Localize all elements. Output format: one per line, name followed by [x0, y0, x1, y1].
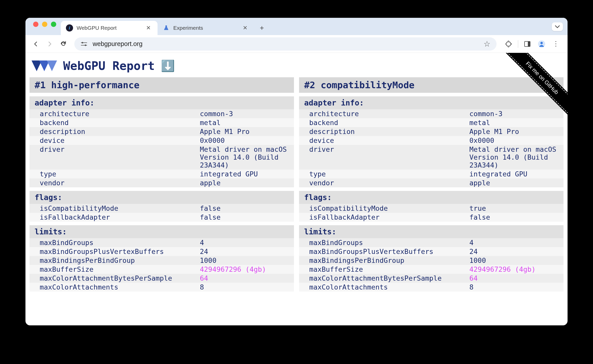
row-value: 4 [200, 239, 294, 247]
tab-strip: i WebGPU Report ✕ Experiments ✕ + [25, 18, 568, 35]
row-key: architecture [40, 110, 200, 118]
data-row: device0x0000 [299, 136, 563, 145]
row-key: driver [309, 145, 469, 169]
minimize-window-button[interactable] [42, 22, 47, 27]
kebab-menu-icon[interactable]: ⋮ [551, 39, 561, 49]
tab-title: WebGPU Report [77, 25, 117, 31]
row-value: 0x0000 [469, 136, 563, 144]
data-row: maxBindGroups4 [30, 238, 294, 247]
page-header: WebGPU Report ⬇️ [25, 53, 568, 77]
url-text: webgpureport.org [93, 40, 143, 48]
data-row: vendorapple [30, 178, 294, 187]
row-value: 24 [469, 248, 563, 255]
data-row: isFallbackAdapterfalse [299, 213, 563, 222]
row-key: vendor [309, 179, 469, 187]
row-key: maxBufferSize [309, 265, 469, 273]
data-row: maxBindGroupsPlusVertexBuffers24 [299, 247, 563, 256]
row-value: 8 [469, 283, 563, 291]
tab-experiments[interactable]: Experiments ✕ [158, 21, 254, 35]
row-key: isFallbackAdapter [309, 213, 469, 221]
github-ribbon-label: Fix me on GitHub [499, 53, 568, 121]
row-value: 64 [469, 274, 563, 282]
tab-search-button[interactable] [552, 22, 563, 31]
row-key: maxColorAttachments [40, 283, 200, 291]
data-row: isCompatibilityModetrue [299, 204, 563, 213]
data-row: maxColorAttachments8 [30, 283, 294, 292]
section-rows: isCompatibilityModefalseisFallbackAdapte… [30, 204, 294, 222]
webgpu-logo-icon [32, 60, 57, 71]
row-key: type [309, 170, 469, 178]
data-row: maxBindGroupsPlusVertexBuffers24 [30, 247, 294, 256]
data-row: maxBindGroups4 [299, 238, 563, 247]
svg-point-7 [540, 42, 543, 44]
row-value: integrated GPU [469, 170, 563, 178]
adapter-heading: #1 high-performance [30, 77, 294, 93]
forward-button[interactable] [44, 38, 55, 50]
maximize-window-button[interactable] [51, 22, 56, 27]
row-key: maxBufferSize [40, 265, 200, 273]
row-key: device [309, 136, 469, 144]
row-key: vendor [40, 179, 200, 187]
extensions-icon[interactable] [504, 39, 514, 49]
page-title: WebGPU Report [63, 59, 155, 73]
toolbar-actions: ⋮ [502, 39, 563, 49]
row-key: backend [40, 119, 200, 127]
row-key: maxColorAttachments [309, 283, 469, 291]
row-value: false [200, 213, 294, 221]
row-value: 4294967296 (4gb) [469, 265, 563, 273]
row-value: 4294967296 (4gb) [200, 265, 294, 273]
row-key: maxBindingsPerBindGroup [40, 256, 200, 264]
row-value: apple [469, 179, 563, 187]
close-window-button[interactable] [33, 22, 38, 27]
data-row: maxBindingsPerBindGroup1000 [299, 256, 563, 265]
data-row: device0x0000 [30, 136, 294, 145]
data-row: maxColorAttachmentBytesPerSample64 [30, 274, 294, 283]
row-key: type [40, 170, 200, 178]
row-key: maxColorAttachmentBytesPerSample [309, 274, 469, 282]
close-tab-button[interactable]: ✕ [145, 24, 152, 32]
row-key: maxBindGroups [40, 239, 200, 247]
close-tab-button[interactable]: ✕ [242, 24, 249, 32]
svg-rect-5 [528, 41, 530, 47]
row-value: integrated GPU [200, 170, 294, 178]
data-row: typeintegrated GPU [30, 170, 294, 178]
section-header: limits: [299, 225, 563, 238]
reload-button[interactable] [58, 38, 69, 50]
row-value: common-3 [200, 110, 294, 118]
row-key: description [40, 128, 200, 135]
section-rows: maxBindGroups4maxBindGroupsPlusVertexBuf… [30, 238, 294, 292]
row-value: 24 [200, 248, 294, 255]
row-key: description [309, 128, 469, 135]
side-panel-icon[interactable] [522, 39, 532, 49]
divider [518, 40, 518, 48]
row-key: maxBindGroupsPlusVertexBuffers [40, 248, 200, 255]
row-key: isCompatibilityMode [40, 204, 200, 212]
data-row: backendmetal [30, 118, 294, 127]
data-row: driverMetal driver on macOS Version 14.0… [299, 145, 563, 170]
row-value: 1000 [469, 256, 563, 264]
data-row: driverMetal driver on macOS Version 14.0… [30, 145, 294, 170]
tab-webgpu-report[interactable]: i WebGPU Report ✕ [61, 21, 158, 35]
bookmark-star-icon[interactable]: ☆ [484, 39, 490, 48]
row-value: 1000 [200, 256, 294, 264]
address-bar[interactable]: webgpureport.org ☆ [74, 37, 497, 51]
row-value: 64 [200, 274, 294, 282]
data-row: maxBufferSize4294967296 (4gb) [299, 265, 563, 274]
row-value: 8 [200, 283, 294, 291]
back-button[interactable] [30, 38, 42, 50]
section-rows: isCompatibilityModetrueisFallbackAdapter… [299, 204, 563, 222]
profile-avatar-icon[interactable] [536, 39, 547, 49]
row-key: driver [40, 145, 200, 169]
section-header: flags: [299, 191, 563, 204]
data-row: isFallbackAdapterfalse [30, 213, 294, 222]
new-tab-button[interactable]: + [256, 22, 267, 34]
site-settings-icon[interactable] [80, 41, 88, 47]
download-button[interactable]: ⬇️ [161, 59, 175, 72]
row-value: 0x0000 [200, 136, 294, 144]
github-ribbon[interactable]: Fix me on GitHub [491, 53, 568, 129]
svg-rect-3 [81, 45, 87, 46]
row-value: false [469, 213, 563, 221]
data-row: architecturecommon-3 [30, 109, 294, 118]
row-value: true [469, 204, 563, 212]
row-key: isFallbackAdapter [40, 213, 200, 221]
